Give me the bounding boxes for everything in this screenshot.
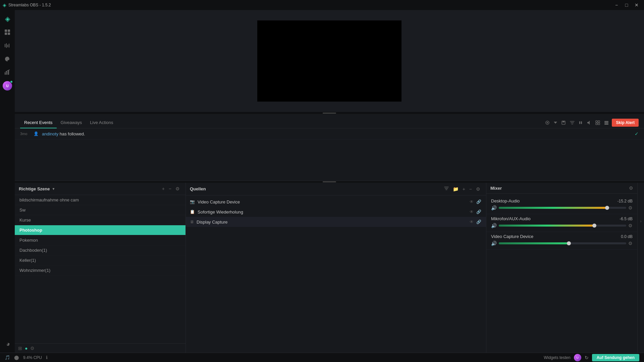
volume-bar [499, 207, 607, 209]
scene-item-dachboden[interactable]: Dachboden(1) [15, 245, 185, 255]
scene-item-photoshop[interactable]: Photoshop [15, 225, 185, 235]
scene-item-bildschirm[interactable]: bildschirmaufnahme ohne cam [15, 195, 185, 205]
sources-folder-button[interactable]: 📁 [451, 185, 460, 192]
scenes-remove-button[interactable]: − [167, 185, 173, 192]
preview-video [257, 20, 401, 102]
source-visibility-button[interactable]: 👁 [469, 199, 474, 205]
skip-alert-button[interactable]: Skip Alert [612, 119, 639, 127]
scene-item-wohnzimmer[interactable]: Wohnzimmer(1) [15, 265, 185, 276]
scenes-bottom-icon3[interactable]: ⚙ [30, 346, 35, 351]
tab-giveaways[interactable]: Giveaways [57, 117, 86, 128]
scene-item-keller[interactable]: Keller(1) [15, 255, 185, 265]
volume-handle[interactable] [592, 224, 596, 228]
svg-rect-5 [6, 43, 7, 48]
events-save-button[interactable] [560, 119, 567, 126]
sources-settings-button[interactable]: ⚙ [474, 185, 482, 192]
events-dropdown-button[interactable] [553, 121, 558, 125]
svg-rect-8 [5, 73, 6, 75]
scenes-bottom-icon2[interactable]: ● [25, 346, 28, 351]
mixer-settings-button[interactable]: ⚙ [629, 185, 633, 191]
scenes-panel-title: Richtige Szene [19, 186, 50, 191]
maximize-button[interactable]: □ [622, 2, 631, 8]
svg-rect-1 [8, 29, 10, 32]
events-list-button[interactable] [603, 119, 610, 126]
source-actions: 👁 🔗 [469, 219, 482, 225]
mixer-settings-icon[interactable]: ⚙ [628, 205, 633, 210]
event-text: andinoty has followed. [42, 131, 631, 136]
events-volume-button[interactable] [586, 119, 592, 126]
volume-handle[interactable] [605, 206, 609, 210]
tab-recent-events[interactable]: Recent Events [20, 117, 57, 128]
svg-rect-10 [8, 70, 9, 75]
bottom-resize-handle[interactable] [323, 181, 336, 182]
scenes-dropdown-icon[interactable]: ▼ [52, 187, 55, 191]
source-item-display-capture[interactable]: 🖥 Display Capture 👁 🔗 [186, 217, 486, 227]
events-pause-button[interactable] [578, 120, 584, 126]
scenes-add-button[interactable]: + [160, 185, 166, 192]
volume-slider-video-capture[interactable] [499, 242, 626, 244]
mixer-track-desktop-audio: Desktop-Audio -15.2 dB 🔊 ⚙ [486, 196, 637, 214]
status-left: 🎵 ⬤ 9.4% CPU ℹ [5, 355, 48, 360]
mixer-volume-icon[interactable]: 🔊 [491, 223, 497, 228]
source-name-label: Sofortige Wiederholung [198, 209, 466, 215]
svg-rect-6 [7, 45, 8, 47]
source-item-sofortige[interactable]: 📋 Sofortige Wiederholung 👁 🔗 [186, 207, 486, 217]
cpu-usage: 9.4% CPU [23, 355, 42, 360]
events-grid-button[interactable] [594, 119, 601, 126]
mixer-track-header: Video Capture Device 0.0 dB [491, 234, 633, 239]
sidebar-item-dashboard[interactable] [1, 26, 13, 38]
source-item-video-capture[interactable]: 📷 Video Capture Device 👁 🔗 [186, 197, 486, 207]
volume-slider-desktop[interactable] [499, 207, 626, 209]
mixer-settings-icon[interactable]: ⚙ [628, 223, 633, 228]
volume-slider-microphone[interactable] [499, 225, 626, 227]
status-bar: 🎵 ⬤ 9.4% CPU ℹ Widgets testen U ↻ Auf Se… [0, 353, 644, 362]
preview-area [15, 10, 644, 114]
events-filter2-button[interactable] [569, 119, 576, 126]
right-sidebar-collapse-icon[interactable]: › [640, 219, 642, 224]
sidebar: ◈ U [0, 10, 15, 353]
scenes-panel: Richtige Szene ▼ + − ⚙ bildschirmaufnahm… [15, 183, 186, 353]
sidebar-item-themes[interactable] [1, 53, 13, 65]
sidebar-item-settings[interactable] [1, 338, 13, 350]
scene-item-pokemon[interactable]: Pokemon [15, 235, 185, 245]
source-visibility-button[interactable]: 👁 [469, 209, 474, 215]
right-sidebar: › [637, 183, 644, 353]
tab-live-actions[interactable]: Live Actions [86, 117, 117, 128]
source-lock-button[interactable]: 🔗 [476, 219, 482, 225]
scene-item-sw[interactable]: Sw [15, 205, 185, 215]
source-lock-button[interactable]: 🔗 [476, 209, 482, 215]
mixer-volume-icon[interactable]: 🔊 [491, 205, 497, 210]
sidebar-logo[interactable]: ◈ [1, 13, 13, 25]
event-user-link[interactable]: andinoty [42, 131, 58, 136]
close-button[interactable]: ✕ [632, 2, 641, 8]
info-icon[interactable]: ℹ [46, 355, 48, 360]
content-area: Recent Events Giveaways Live Actions [15, 10, 644, 353]
sidebar-item-profile[interactable]: U [1, 80, 13, 92]
mixer-track-db: 0.0 dB [621, 234, 633, 239]
source-visibility-button[interactable]: 👁 [469, 219, 474, 225]
go-live-button[interactable]: Auf Sendung gehen [592, 354, 639, 361]
source-lock-button[interactable]: 🔗 [476, 199, 482, 205]
scene-item-kurse[interactable]: Kurse [15, 215, 185, 225]
scenes-settings-button[interactable]: ⚙ [174, 185, 181, 192]
sources-panel-title: Quellen [190, 186, 206, 191]
widgets-test-label: Widgets testen [544, 355, 570, 360]
mixer-track-name: Video Capture Device [491, 234, 533, 239]
sources-remove-button[interactable]: − [468, 185, 474, 192]
sources-add-button[interactable]: + [461, 185, 467, 192]
sources-filters-button[interactable] [442, 185, 450, 192]
volume-handle[interactable] [567, 241, 571, 245]
app-title: Streamlabs OBS - 1.5.2 [8, 3, 51, 7]
mixer-content: Desktop-Audio -15.2 dB 🔊 ⚙ [486, 194, 637, 353]
events-filter-button[interactable] [544, 119, 551, 126]
mixer-track-microphone: Mikrofon/AUX-Audio -6.5 dB 🔊 ⚙ [486, 214, 637, 232]
resize-handle[interactable] [323, 113, 336, 114]
mixer-settings-icon[interactable]: ⚙ [628, 241, 633, 246]
sidebar-item-stats[interactable] [1, 66, 13, 78]
scenes-bottom-icon1[interactable]: ⊞ [18, 346, 22, 351]
cpu-icon: ⬤ [14, 355, 19, 360]
status-refresh-icon[interactable]: ↻ [585, 355, 589, 360]
minimize-button[interactable]: − [612, 2, 621, 8]
sidebar-item-mixer[interactable] [1, 40, 13, 52]
mixer-volume-icon[interactable]: 🔊 [491, 241, 497, 246]
